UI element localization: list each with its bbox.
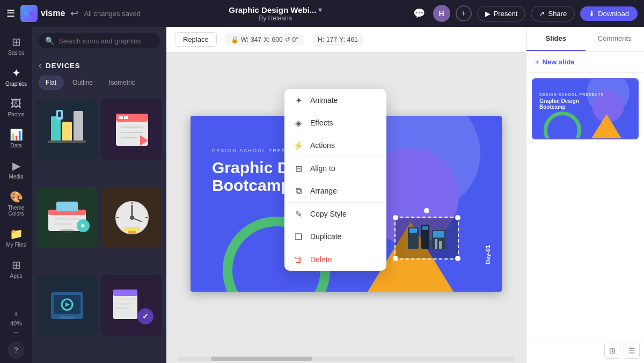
svg-rect-4 — [74, 111, 83, 143]
media-icon: ▶ — [12, 159, 20, 172]
share-button[interactable]: ↗ Share — [531, 6, 575, 21]
replace-button[interactable]: Replace — [175, 32, 217, 47]
svg-rect-7 — [58, 112, 61, 117]
context-menu-animate[interactable]: ✦ Animate — [284, 89, 386, 112]
help-button[interactable]: ? — [8, 342, 25, 359]
canvas-scroll[interactable]: DESIGN SCHOOL PRESENTS Graphic Design Bo… — [166, 53, 526, 354]
mini-orange-tri — [591, 114, 621, 138]
tab-isometric[interactable]: Isometric — [102, 76, 142, 90]
svg-rect-52 — [435, 239, 437, 249]
new-slide-inner[interactable]: + New slide — [535, 58, 635, 66]
download-button[interactable]: ⬇ Download — [580, 6, 638, 21]
list-view-button[interactable]: ☰ — [624, 343, 640, 359]
context-menu-effects[interactable]: ◈ Effects — [284, 112, 386, 134]
resize-handle-tr[interactable] — [455, 215, 460, 220]
sidebar-item-data[interactable]: 📊 Data — [1, 124, 31, 153]
present-button[interactable]: ▶ Present — [477, 6, 526, 21]
context-menu-duplicate[interactable]: ❑ Duplicate — [284, 225, 386, 248]
zoom-minus-icon[interactable]: − — [13, 328, 18, 337]
mini-slide-preview: DESIGN SCHOOL PRESENTS Graphic DesignBoo… — [533, 79, 638, 138]
y-value[interactable]: 461 — [347, 36, 358, 43]
avatar[interactable]: H — [433, 5, 450, 22]
svg-rect-32 — [124, 227, 140, 231]
height-value[interactable]: 177 — [326, 36, 337, 43]
topbar-center: Graphic Design Webi... ▾ By Heleana — [147, 5, 404, 22]
copy-style-label: Copy Style — [310, 210, 347, 218]
rotation-value[interactable]: 0° — [292, 36, 298, 43]
basics-icon: ⊞ — [12, 35, 21, 48]
search-input[interactable] — [58, 37, 153, 45]
svg-rect-42 — [116, 303, 132, 305]
dimension-box: 🔒 W: 347 X: 600 ↺ 0° — [225, 34, 304, 46]
zoom-plus-icon[interactable]: + — [13, 309, 18, 319]
topbar-left: ☰ visme ↩ All changes saved — [6, 5, 141, 22]
rotation-icon: ↺ — [285, 36, 290, 43]
x-value[interactable]: 600 — [272, 36, 283, 43]
undo-icon[interactable]: ↩ — [70, 8, 78, 19]
style-tabs: Flat Outline Isometric — [32, 76, 166, 95]
tab-flat[interactable]: Flat — [39, 76, 63, 90]
slide-thumb-1[interactable]: DESIGN SCHOOL PRESENTS Graphic DesignBoo… — [532, 78, 639, 139]
scrollbar-thumb[interactable] — [211, 357, 312, 361]
graphics-icon: ✦ — [12, 66, 21, 79]
grid-view-button[interactable]: ⊞ — [604, 343, 620, 359]
sidebar-item-graphics[interactable]: ✦ Graphics — [1, 62, 31, 91]
svg-rect-40 — [113, 290, 137, 296]
graphic-item[interactable] — [101, 187, 162, 248]
graphic-item[interactable]: ✓ — [101, 275, 162, 336]
sidebar-item-apps[interactable]: ⊞ Apps — [1, 254, 31, 283]
context-menu-actions[interactable]: ⚡ Actions — [284, 134, 386, 157]
comment-icon[interactable]: 💬 — [411, 5, 428, 22]
share-label: Share — [548, 10, 567, 18]
rotate-handle[interactable] — [424, 208, 429, 213]
context-menu-align-to[interactable]: ⊟ Align to — [284, 157, 386, 180]
graphic-item[interactable] — [36, 275, 97, 336]
menu-icon[interactable]: ☰ — [6, 8, 15, 19]
panel-title: DEVICES — [46, 62, 80, 70]
svg-rect-38 — [59, 316, 75, 319]
share-icon: ↗ — [539, 10, 545, 18]
graphic-item[interactable] — [101, 99, 162, 160]
sidebar-item-basics[interactable]: ⊞ Basics — [1, 31, 31, 60]
context-menu-delete[interactable]: 🗑 Delete — [284, 248, 386, 271]
width-value[interactable]: 347 — [251, 36, 261, 43]
tab-slides[interactable]: Slides — [526, 27, 586, 51]
align-to-icon: ⊟ — [293, 163, 304, 174]
resize-handle-tl[interactable] — [393, 215, 398, 220]
canvas-scrollbar[interactable] — [177, 357, 515, 361]
graphic-item[interactable] — [36, 187, 97, 248]
download-label: Download — [598, 10, 629, 18]
slide-thumbnails: DESIGN SCHOOL PRESENTS Graphic DesignBoo… — [526, 73, 644, 145]
sidebar-item-graphics-label: Graphics — [5, 81, 27, 87]
chevron-down-icon[interactable]: ▾ — [318, 5, 322, 14]
context-menu-arrange[interactable]: ⧉ Arrange — [284, 180, 386, 202]
doc-title[interactable]: Graphic Design Webi... — [229, 5, 316, 14]
new-slide-btn[interactable]: + New slide — [526, 51, 644, 73]
play-icon: ▶ — [485, 10, 491, 18]
context-menu: ✦ Animate ◈ Effects ⚡ Actions ⊟ Align to — [284, 89, 386, 271]
canvas-area: Replace 🔒 W: 347 X: 600 ↺ 0° H: 177 Y: 4… — [166, 27, 526, 363]
graphic-item[interactable] — [36, 99, 97, 160]
add-collaborator-icon[interactable]: + — [456, 5, 472, 21]
resize-handle-bl[interactable] — [393, 256, 398, 261]
sidebar-item-theme-colors[interactable]: 🎨 Theme Colors — [1, 186, 31, 221]
panel-nav: ‹ DEVICES — [32, 55, 166, 76]
width-label: W: — [241, 36, 248, 43]
resize-handle-br[interactable] — [455, 256, 460, 261]
sidebar-item-my-files[interactable]: 📁 My Files — [1, 223, 31, 252]
mini-main-text: Graphic DesignBootcamp — [539, 98, 604, 110]
duplicate-icon: ❑ — [293, 231, 304, 242]
svg-rect-19 — [54, 223, 72, 225]
main-area: ⊞ Basics ✦ Graphics 🖼 Photos 📊 Data ▶ Me… — [0, 27, 644, 363]
plus-icon: + — [535, 58, 539, 66]
sidebar-item-media[interactable]: ▶ Media — [1, 155, 31, 184]
selected-graphic-element[interactable] — [394, 217, 459, 260]
context-menu-copy-style[interactable]: ✎ Copy Style — [284, 203, 386, 225]
tab-comments[interactable]: Comments — [586, 27, 645, 51]
svg-point-1 — [30, 11, 34, 16]
tab-outline[interactable]: Outline — [65, 76, 100, 90]
visme-logo: visme — [20, 5, 65, 22]
sidebar-item-photos[interactable]: 🖼 Photos — [1, 93, 31, 122]
back-button[interactable]: ‹ — [39, 61, 41, 70]
svg-rect-2 — [51, 116, 61, 143]
